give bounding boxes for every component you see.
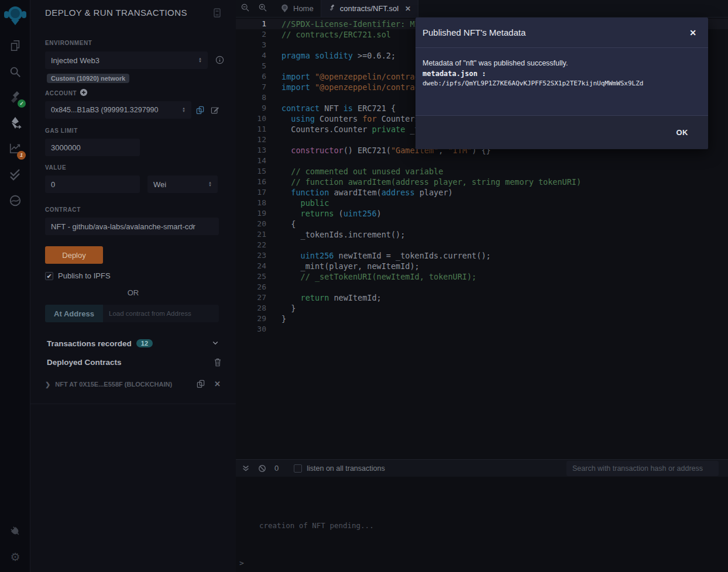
add-account-icon[interactable]: [80, 88, 88, 99]
chevron-updown-icon: ▲▼: [182, 107, 186, 113]
line-number[interactable]: 22: [236, 240, 266, 250]
line-number[interactable]: 14: [236, 156, 266, 166]
line-number[interactable]: 29: [236, 313, 266, 324]
environment-select[interactable]: Injected Web3 ▲▼: [45, 51, 208, 69]
code-line[interactable]: 29}: [236, 313, 728, 324]
code-line[interactable]: 21 _tokenIds.increment();: [236, 229, 728, 240]
line-number[interactable]: 4: [236, 50, 266, 61]
deploy-run-icon[interactable]: [0, 112, 30, 133]
terminal-search-input[interactable]: [566, 461, 719, 476]
search-icon[interactable]: [0, 61, 30, 82]
line-number[interactable]: 25: [236, 271, 266, 282]
line-number[interactable]: 15: [236, 166, 266, 177]
line-number[interactable]: 2: [236, 29, 266, 40]
copy-contract-icon[interactable]: [196, 379, 205, 391]
remove-contract-icon[interactable]: ✕: [214, 380, 221, 388]
published-metadata-modal: Published NFT's Metadata ✕ Metadata of "…: [415, 18, 708, 149]
line-number[interactable]: 27: [236, 292, 266, 303]
zoom-in-icon[interactable]: [258, 3, 267, 15]
deploy-button[interactable]: Deploy: [45, 246, 103, 264]
code-line[interactable]: 15 // commented out unused variable: [236, 166, 728, 177]
code-line[interactable]: 25 // _setTokenURI(newItemId, tokenURI);: [236, 271, 728, 282]
line-number[interactable]: 21: [236, 229, 266, 240]
line-number[interactable]: 8: [236, 92, 266, 103]
publish-ipfs-checkbox[interactable]: ✔: [45, 272, 53, 280]
code-line[interactable]: 23 uint256 newItemId = _tokenIds.current…: [236, 250, 728, 261]
environment-info-icon[interactable]: [215, 56, 224, 67]
tab-contracts-nft-sol[interactable]: contracts/NFT.sol ✕: [321, 0, 418, 17]
chevron-down-icon[interactable]: [212, 339, 219, 348]
gas-limit-input[interactable]: 3000000: [45, 139, 140, 156]
modal-message: Metadata of "nft" was published successf…: [423, 59, 701, 67]
code-line[interactable]: 18 public: [236, 198, 728, 208]
terminal[interactable]: creation of NFT pending... >: [236, 477, 728, 572]
line-number[interactable]: 12: [236, 135, 266, 145]
line-number[interactable]: 24: [236, 261, 266, 271]
value-input[interactable]: 0: [45, 175, 140, 193]
code-line[interactable]: 19 returns (uint256): [236, 208, 728, 219]
tab-home[interactable]: Home: [273, 0, 321, 17]
code-line[interactable]: 14: [236, 156, 728, 166]
remix-logo-icon[interactable]: [4, 4, 27, 28]
close-tab-icon[interactable]: ✕: [405, 5, 411, 13]
line-number[interactable]: 28: [236, 303, 266, 313]
code-line[interactable]: 20 {: [236, 219, 728, 229]
close-modal-icon[interactable]: ✕: [685, 26, 701, 40]
line-number[interactable]: 6: [236, 71, 266, 82]
plugin-manager-icon[interactable]: [0, 521, 30, 542]
expand-terminal-icon[interactable]: [242, 464, 250, 473]
listen-transactions-label: listen on all transactions: [307, 464, 384, 473]
code-line[interactable]: 17 function awardItem(address player): [236, 187, 728, 198]
code-line[interactable]: 30: [236, 324, 728, 335]
line-number[interactable]: 5: [236, 61, 266, 71]
code-line[interactable]: 24 _mint(player, newItemId);: [236, 261, 728, 271]
ok-button[interactable]: OK: [668, 123, 697, 142]
code-line[interactable]: 16 // function awardItem(address player,…: [236, 177, 728, 187]
transactions-recorded-header[interactable]: Transactions recorded12: [47, 339, 153, 348]
terminal-prompt: >: [239, 559, 244, 567]
line-number[interactable]: 23: [236, 250, 266, 261]
clear-console-icon[interactable]: [258, 464, 266, 473]
account-select[interactable]: 0x845...B1aB3 (999991.3297990 ▲▼: [45, 101, 191, 119]
code-line[interactable]: 26: [236, 282, 728, 292]
line-number[interactable]: 16: [236, 177, 266, 187]
code-line[interactable]: 27 return newItemId;: [236, 292, 728, 303]
line-number[interactable]: 1: [236, 19, 266, 29]
line-number[interactable]: 18: [236, 198, 266, 208]
deployed-contract-item[interactable]: ❯ NFT AT 0X15E...E558F (BLOCKCHAIN): [45, 378, 221, 390]
analytics-icon[interactable]: 1: [0, 137, 30, 158]
line-number[interactable]: 26: [236, 282, 266, 292]
line-number[interactable]: 11: [236, 124, 266, 135]
line-number[interactable]: 13: [236, 145, 266, 156]
zoom-out-icon[interactable]: [241, 3, 250, 15]
documentation-icon[interactable]: [213, 8, 221, 20]
plugin-circle-icon[interactable]: [0, 190, 30, 211]
chevron-right-icon[interactable]: ❯: [45, 381, 50, 388]
code-line[interactable]: 22: [236, 240, 728, 250]
unit-testing-icon[interactable]: [0, 163, 30, 184]
line-number[interactable]: 17: [236, 187, 266, 198]
trash-icon[interactable]: [214, 358, 222, 369]
line-number[interactable]: 10: [236, 113, 266, 124]
file-explorer-icon[interactable]: [0, 35, 30, 56]
settings-gear-icon[interactable]: ⚙: [0, 546, 30, 567]
line-number[interactable]: 19: [236, 208, 266, 219]
listen-transactions-checkbox[interactable]: [294, 464, 302, 473]
chevron-updown-icon: ▲▼: [208, 181, 212, 187]
sign-message-icon[interactable]: [210, 105, 219, 117]
value-unit-select[interactable]: Wei ▲▼: [147, 175, 218, 193]
solidity-compiler-icon[interactable]: ✓: [0, 87, 30, 108]
at-address-input[interactable]: [103, 305, 219, 322]
terminal-log: creation of NFT pending...: [259, 521, 374, 530]
at-address-button[interactable]: At Address: [45, 305, 103, 322]
network-badge: Custom (10920) network: [47, 74, 129, 83]
line-number[interactable]: 3: [236, 40, 266, 50]
line-number[interactable]: 30: [236, 324, 266, 335]
line-number[interactable]: 20: [236, 219, 266, 229]
line-number[interactable]: 9: [236, 103, 266, 113]
copy-account-icon[interactable]: [195, 105, 205, 117]
line-number[interactable]: 7: [236, 82, 266, 92]
code-line[interactable]: 28 }: [236, 303, 728, 313]
modal-file-label: metadata.json :: [423, 70, 701, 78]
contract-select[interactable]: NFT - github/ava-labs/avalanche-smart-co…: [45, 218, 219, 235]
